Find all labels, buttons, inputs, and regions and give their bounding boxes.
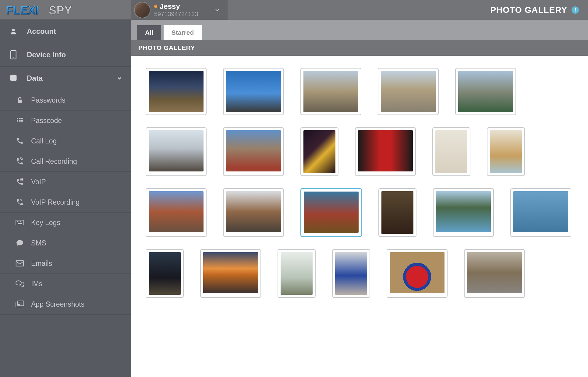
photo-thumbnail[interactable] (387, 249, 448, 298)
chat-icon (15, 238, 24, 248)
sidebar-sub-key-logs[interactable]: Key Logs (0, 213, 131, 233)
svg-rect-9 (21, 118, 23, 119)
svg-rect-7 (17, 118, 18, 119)
photo-thumbnail[interactable] (332, 249, 370, 298)
tab-starred[interactable]: Starred (164, 25, 202, 40)
sidebar-sub-voip-recording[interactable]: VoIP Recording (0, 192, 131, 213)
svg-rect-8 (19, 118, 21, 119)
sidebar-item-label: Account (27, 27, 56, 36)
device-icon (9, 50, 18, 60)
phone-icon (15, 136, 24, 146)
main-content: Jessy 5971394724123 PHOTO GALLERY i All … (131, 0, 588, 377)
screenshot-icon (15, 300, 24, 309)
photo-image (390, 252, 445, 293)
photo-thumbnail[interactable] (300, 127, 338, 176)
sidebar-item-label: Device Info (27, 51, 66, 59)
photo-thumbnail[interactable] (355, 127, 416, 176)
photo-thumbnail[interactable] (432, 127, 470, 176)
photo-image (436, 191, 491, 232)
gallery-row (146, 188, 573, 237)
user-icon (9, 26, 18, 36)
gallery-row (146, 68, 573, 115)
sidebar-sub-passcode[interactable]: Passcode (0, 111, 131, 131)
svg-text:FLEXI: FLEXI (6, 4, 39, 16)
photo-thumbnail[interactable] (378, 68, 439, 115)
svg-point-24 (18, 304, 19, 305)
database-icon (9, 73, 18, 83)
photo-image (226, 71, 281, 112)
section-header: PHOTO GALLERY (131, 40, 588, 56)
photo-image (149, 71, 204, 112)
photo-thumbnail[interactable] (223, 188, 284, 237)
sidebar-sub-label: VoIP (31, 178, 46, 186)
sidebar-item-data[interactable]: Data (0, 67, 131, 90)
chats-icon (15, 279, 24, 288)
brand-logo[interactable]: FLEXI SPY (0, 0, 131, 20)
flexispy-logo-icon: FLEXI SPY (6, 3, 91, 17)
gallery (131, 56, 588, 377)
photo-image (490, 130, 522, 173)
sidebar-sub-label: Passwords (31, 96, 65, 104)
tab-all[interactable]: All (137, 25, 161, 40)
sidebar-sub-call-log[interactable]: Call Log (0, 131, 131, 151)
photo-thumbnail[interactable] (223, 68, 284, 115)
svg-rect-10 (17, 120, 18, 122)
photo-image (458, 71, 513, 112)
photo-image (304, 192, 359, 233)
sidebar-sub-sms[interactable]: SMS (0, 233, 131, 253)
photo-image (358, 130, 413, 171)
user-id: 5971394724123 (154, 11, 198, 18)
data-submenu: Passwords Passcode Call Log Call Recordi… (0, 90, 131, 315)
user-dropdown[interactable]: Jessy 5971394724123 (131, 0, 228, 20)
sidebar-sub-label: SMS (31, 239, 46, 247)
photo-thumbnail[interactable] (223, 127, 284, 176)
photo-image (303, 130, 335, 173)
sidebar-sub-label: Call Log (31, 137, 57, 145)
topbar: Jessy 5971394724123 PHOTO GALLERY i (131, 0, 588, 20)
sidebar-sub-passwords[interactable]: Passwords (0, 90, 131, 111)
sidebar: FLEXI SPY Account Device Info Data Passw… (0, 0, 131, 377)
avatar (134, 2, 151, 18)
envelope-icon (15, 259, 24, 268)
photo-image (381, 71, 436, 112)
photo-image (149, 191, 204, 232)
photo-image (381, 191, 413, 234)
photo-thumbnail[interactable] (146, 68, 207, 115)
chevron-down-icon (214, 7, 220, 13)
photo-thumbnail[interactable] (455, 68, 516, 115)
sidebar-sub-label: App Screenshots (31, 300, 84, 308)
svg-point-21 (16, 281, 21, 285)
photo-thumbnail[interactable] (146, 249, 184, 298)
sidebar-sub-emails[interactable]: Emails (0, 253, 131, 274)
photo-thumbnail[interactable] (146, 188, 207, 237)
photo-image (303, 71, 358, 112)
photo-image (149, 252, 181, 295)
photo-thumbnail[interactable] (510, 188, 571, 237)
sidebar-sub-ims[interactable]: IMs (0, 274, 131, 294)
info-icon[interactable]: i (572, 6, 579, 14)
phone-record-icon (15, 198, 24, 207)
photo-thumbnail[interactable] (300, 188, 362, 237)
photo-image (226, 191, 281, 232)
phone-wave-icon (15, 157, 24, 166)
svg-rect-14 (16, 220, 24, 225)
photo-thumbnail[interactable] (464, 249, 525, 298)
sidebar-sub-label: Passcode (31, 117, 62, 125)
photo-thumbnail[interactable] (487, 127, 525, 176)
photo-thumbnail[interactable] (378, 188, 416, 237)
photo-thumbnail[interactable] (278, 249, 316, 298)
sidebar-sub-label: IMs (31, 280, 42, 288)
photo-image (467, 252, 522, 293)
sidebar-sub-call-recording[interactable]: Call Recording (0, 151, 131, 172)
photo-thumbnail[interactable] (300, 68, 361, 115)
sidebar-sub-voip[interactable]: VoIP (0, 172, 131, 192)
sidebar-sub-app-screenshots[interactable]: App Screenshots (0, 294, 131, 315)
phone-globe-icon (15, 177, 24, 186)
sidebar-item-account[interactable]: Account (0, 20, 131, 43)
tab-bar: All Starred (131, 20, 588, 40)
photo-thumbnail[interactable] (433, 188, 494, 237)
photo-thumbnail[interactable] (200, 249, 261, 298)
sidebar-item-device-info[interactable]: Device Info (0, 43, 131, 67)
svg-text:SPY: SPY (49, 4, 72, 16)
photo-thumbnail[interactable] (146, 127, 207, 176)
